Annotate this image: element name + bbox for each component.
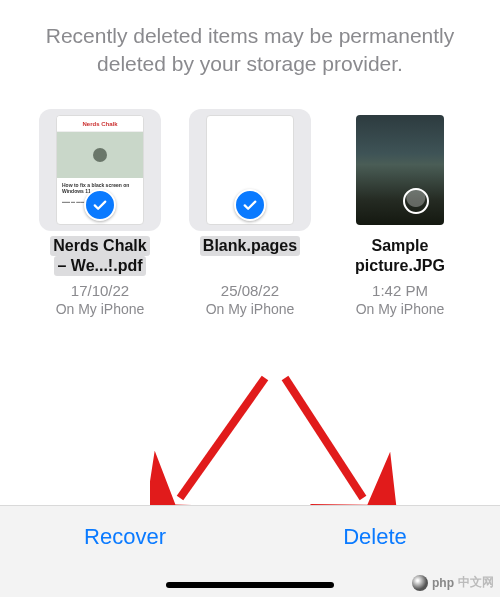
watermark: php 中文网	[412, 574, 494, 591]
info-banner: Recently deleted items may be permanentl…	[0, 0, 500, 97]
selection-check-icon	[84, 189, 116, 221]
file-date: 1:42 PM	[372, 282, 428, 299]
file-item[interactable]: Sample picture.JPG 1:42 PM On My iPhone	[336, 109, 464, 317]
file-date: 17/10/22	[71, 282, 129, 299]
file-name: Nerds Chalk – We...!.pdf	[50, 236, 149, 278]
recover-button[interactable]: Recover	[0, 524, 250, 550]
file-name: Blank.pages	[200, 236, 300, 278]
svg-line-1	[285, 378, 363, 498]
recently-deleted-grid: Nerds Chalk How to fix a black screen on…	[0, 97, 500, 317]
home-indicator[interactable]	[166, 582, 334, 588]
file-thumbnail[interactable]: Nerds Chalk How to fix a black screen on…	[39, 109, 161, 231]
file-location: On My iPhone	[206, 301, 295, 317]
file-location: On My iPhone	[356, 301, 445, 317]
php-logo-icon	[412, 575, 428, 591]
file-date: 25/08/22	[221, 282, 279, 299]
selection-check-icon	[234, 189, 266, 221]
photo-preview	[356, 115, 444, 225]
file-thumbnail[interactable]	[189, 109, 311, 231]
file-location: On My iPhone	[56, 301, 145, 317]
file-name: Sample picture.JPG	[355, 236, 445, 278]
svg-line-0	[180, 378, 265, 498]
file-thumbnail[interactable]	[339, 109, 461, 231]
file-item[interactable]: Nerds Chalk How to fix a black screen on…	[36, 109, 164, 317]
delete-button[interactable]: Delete	[250, 524, 500, 550]
file-item[interactable]: Blank.pages 25/08/22 On My iPhone	[186, 109, 314, 317]
